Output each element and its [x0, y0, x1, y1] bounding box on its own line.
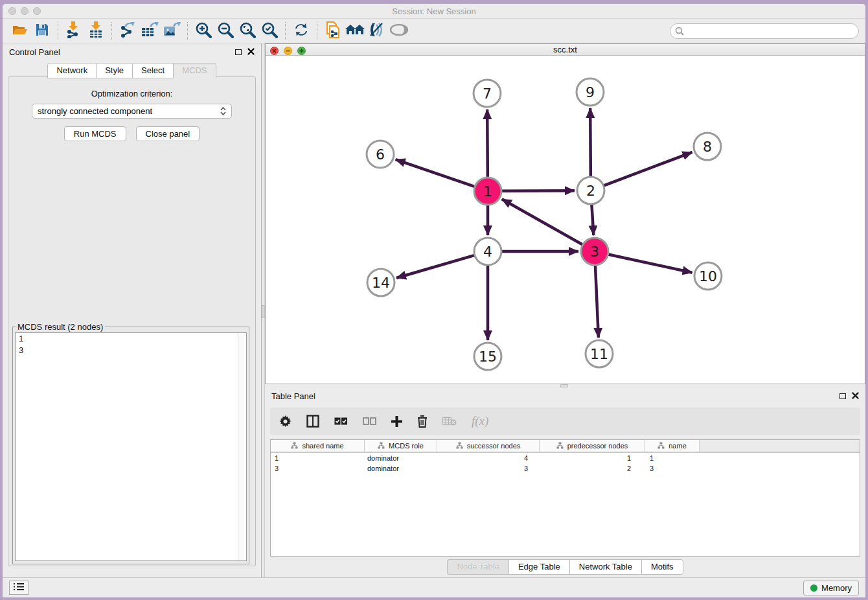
cell[interactable]: dominator — [365, 463, 437, 474]
close-panel-icon[interactable] — [852, 390, 859, 402]
mcds-result-title: MCDS result (2 nodes) — [16, 322, 105, 332]
edge-1-6[interactable] — [396, 159, 475, 187]
table-settings-button[interactable] — [279, 415, 291, 428]
show-columns-button[interactable] — [306, 415, 319, 428]
edge-1-7[interactable] — [487, 110, 488, 178]
export-table-button[interactable] — [139, 21, 161, 41]
result-item[interactable]: 1 — [16, 333, 246, 345]
zoom-fit-button[interactable] — [236, 21, 258, 41]
tab-select[interactable]: Select — [132, 63, 173, 78]
cell[interactable]: 3 — [271, 463, 365, 474]
import-network-button[interactable] — [63, 21, 85, 41]
style-toggle-button[interactable] — [366, 21, 388, 41]
select-all-columns-button[interactable] — [334, 417, 348, 425]
tab-mcds[interactable]: MCDS — [173, 63, 216, 78]
column-header-successor-nodes[interactable]: successor nodes — [437, 440, 540, 452]
node-label-2: 2 — [586, 183, 595, 199]
edge-1-2[interactable] — [501, 190, 575, 191]
tab-network-table[interactable]: Network Table — [569, 559, 641, 575]
create-column-button[interactable] — [391, 416, 402, 427]
clone-network-button[interactable] — [322, 21, 344, 41]
save-session-button[interactable] — [31, 21, 53, 41]
node-label-11: 11 — [590, 346, 608, 362]
import-table-button[interactable] — [85, 21, 107, 41]
zoom-window-button[interactable] — [33, 7, 41, 15]
close-network-button[interactable] — [270, 47, 279, 55]
toolbar-separator — [285, 22, 286, 40]
edge-3-1[interactable] — [502, 199, 583, 244]
zoom-out-button[interactable] — [214, 21, 236, 41]
show-hide-button[interactable] — [388, 21, 410, 41]
delete-column-button[interactable] — [417, 415, 428, 428]
edge-2-3[interactable] — [591, 204, 593, 235]
edge-3-11[interactable] — [595, 265, 599, 338]
dropdown-stepper-icon — [220, 107, 226, 115]
criterion-dropdown[interactable]: strongly connected component — [32, 104, 232, 119]
cell[interactable]: 3 — [437, 463, 540, 474]
close-panel-icon[interactable] — [247, 46, 255, 58]
result-scrollbar[interactable] — [238, 333, 246, 560]
table-row[interactable]: 3dominator323 — [271, 463, 860, 474]
edge-3-10[interactable] — [608, 254, 692, 272]
vertical-splitter[interactable] — [261, 43, 265, 577]
export-network-button[interactable] — [117, 21, 139, 41]
task-history-button[interactable] — [9, 581, 29, 595]
open-session-button[interactable] — [9, 21, 31, 41]
minimize-window-button[interactable] — [21, 7, 29, 15]
tab-node-table[interactable]: Node Table — [447, 559, 508, 575]
cell[interactable]: 4 — [437, 453, 540, 463]
memory-button[interactable]: Memory — [803, 581, 859, 595]
network-canvas[interactable]: 1234678910111415 — [266, 56, 865, 384]
cell[interactable]: 2 — [540, 463, 645, 474]
toolbar-separator — [58, 22, 58, 40]
zoom-in-button[interactable] — [192, 21, 214, 41]
tab-style[interactable]: Style — [96, 63, 132, 78]
result-item[interactable]: 3 — [16, 345, 246, 356]
edge-2-8[interactable] — [604, 152, 692, 186]
node-label-7: 7 — [483, 86, 492, 102]
tab-motifs[interactable]: Motifs — [641, 559, 683, 575]
column-sort-icon — [291, 442, 298, 450]
splitter-handle[interactable] — [560, 384, 568, 387]
run-mcds-button[interactable]: Run MCDS — [64, 126, 126, 141]
apply-layout-button[interactable] — [290, 21, 312, 41]
function-builder-button[interactable]: f(x) — [472, 414, 488, 428]
cell[interactable]: 3 — [645, 463, 700, 474]
zoom-selected-button[interactable] — [258, 21, 280, 41]
search-input[interactable] — [670, 23, 859, 39]
minimize-network-button[interactable] — [284, 47, 292, 55]
tab-network[interactable]: Network — [47, 63, 96, 78]
column-header-mcds-role[interactable]: MCDS role — [365, 440, 437, 452]
cell[interactable]: dominator — [365, 453, 437, 463]
unselect-all-columns-button[interactable] — [363, 417, 376, 425]
column-header-name[interactable]: name — [645, 440, 700, 452]
clone-network-icon — [325, 21, 341, 41]
export-table-icon — [141, 21, 159, 41]
edge-4-14[interactable] — [396, 255, 475, 278]
float-panel-icon[interactable] — [839, 393, 846, 399]
maximize-network-button[interactable] — [297, 47, 306, 55]
table-row[interactable]: 1dominator411 — [271, 453, 860, 463]
edge-2-9[interactable] — [590, 108, 591, 177]
table-header: shared nameMCDS rolesuccessor nodesprede… — [271, 440, 860, 453]
tab-edge-table[interactable]: Edge Table — [508, 559, 569, 575]
delete-table-button[interactable] — [442, 417, 457, 426]
float-panel-icon[interactable] — [235, 49, 242, 55]
cell[interactable]: 1 — [271, 453, 365, 463]
eye-icon — [389, 23, 409, 39]
export-image-button[interactable] — [161, 21, 183, 41]
close-window-button[interactable] — [8, 7, 16, 15]
cell[interactable]: 1 — [540, 453, 645, 463]
column-header-shared-name[interactable]: shared name — [271, 440, 365, 452]
node-label-15: 15 — [479, 349, 497, 365]
splitter-handle[interactable] — [262, 305, 265, 318]
mcds-result-list[interactable]: 13 — [15, 332, 247, 561]
first-neighbors-button[interactable] — [344, 21, 366, 41]
node-label-3: 3 — [590, 244, 599, 260]
column-header-predecessor-nodes[interactable]: predecessor nodes — [540, 440, 645, 452]
network-graph[interactable]: 1234678910111415 — [266, 56, 865, 381]
horizontal-splitter[interactable] — [265, 384, 865, 387]
cell[interactable]: 1 — [645, 453, 700, 463]
close-panel-button[interactable]: Close panel — [136, 126, 200, 141]
mcds-panel: Optimization criterion: strongly connect… — [8, 76, 256, 566]
